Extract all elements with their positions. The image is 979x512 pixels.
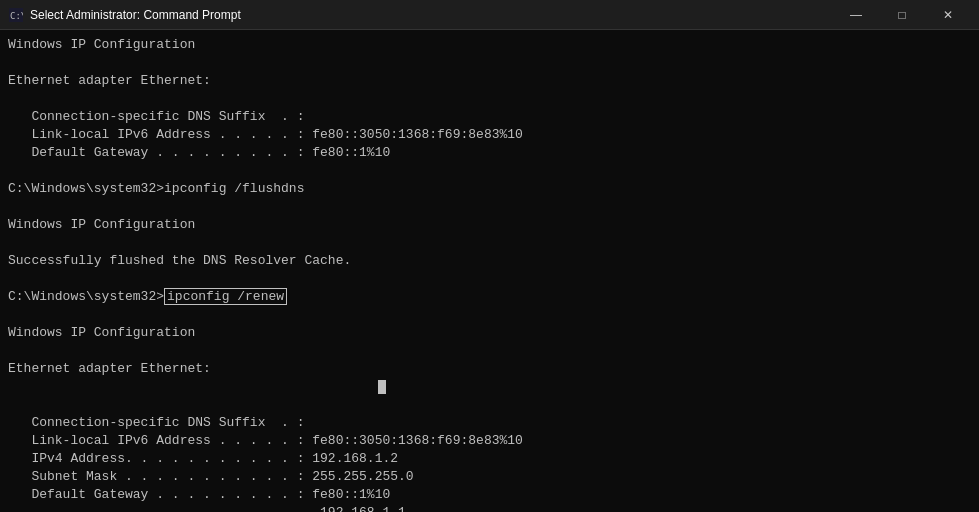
output-line-18 xyxy=(8,342,971,360)
output-line-3: Ethernet adapter Ethernet: xyxy=(8,72,971,90)
window-controls: — □ ✕ xyxy=(833,0,971,30)
output-line-20 xyxy=(8,396,971,414)
output-line-4 xyxy=(8,90,971,108)
output-line-7: Default Gateway . . . . . . . . . : fe80… xyxy=(8,144,971,162)
output-line-8 xyxy=(8,162,971,180)
output-line-21: Connection-specific DNS Suffix . : xyxy=(8,414,971,432)
maximize-button[interactable]: □ xyxy=(879,0,925,30)
output-line-22: Link-local IPv6 Address . . . . . : fe80… xyxy=(8,432,971,450)
output-line-16 xyxy=(8,306,971,324)
command-highlight: ipconfig /renew xyxy=(164,288,287,305)
terminal-area[interactable]: Windows IP Configuration Ethernet adapte… xyxy=(0,30,979,512)
output-line-24: Subnet Mask . . . . . . . . . . . : 255.… xyxy=(8,468,971,486)
output-line-1: Windows IP Configuration xyxy=(8,36,971,54)
close-button[interactable]: ✕ xyxy=(925,0,971,30)
window-title: Select Administrator: Command Prompt xyxy=(30,8,833,22)
titlebar: C:\ Select Administrator: Command Prompt… xyxy=(0,0,979,30)
output-line-2 xyxy=(8,54,971,72)
output-line-17: Windows IP Configuration xyxy=(8,324,971,342)
output-line-5: Connection-specific DNS Suffix . : xyxy=(8,108,971,126)
output-line-23: IPv4 Address. . . . . . . . . . . : 192.… xyxy=(8,450,971,468)
minimize-button[interactable]: — xyxy=(833,0,879,30)
output-line-14 xyxy=(8,270,971,288)
svg-text:C:\: C:\ xyxy=(10,11,23,21)
output-line-12 xyxy=(8,234,971,252)
output-line-19: Ethernet adapter Ethernet: xyxy=(8,360,971,396)
output-line-11: Windows IP Configuration xyxy=(8,216,971,234)
output-line-15: C:\Windows\system32>ipconfig /renew xyxy=(8,288,971,306)
output-line-13: Successfully flushed the DNS Resolver Ca… xyxy=(8,252,971,270)
output-line-25: Default Gateway . . . . . . . . . : fe80… xyxy=(8,486,971,504)
output-line-26: 192.168.1.1 xyxy=(8,504,971,512)
output-line-9: C:\Windows\system32>ipconfig /flushdns xyxy=(8,180,971,198)
app-icon: C:\ xyxy=(8,7,24,23)
blinking-cursor xyxy=(378,380,386,394)
output-line-6: Link-local IPv6 Address . . . . . : fe80… xyxy=(8,126,971,144)
output-line-10 xyxy=(8,198,971,216)
